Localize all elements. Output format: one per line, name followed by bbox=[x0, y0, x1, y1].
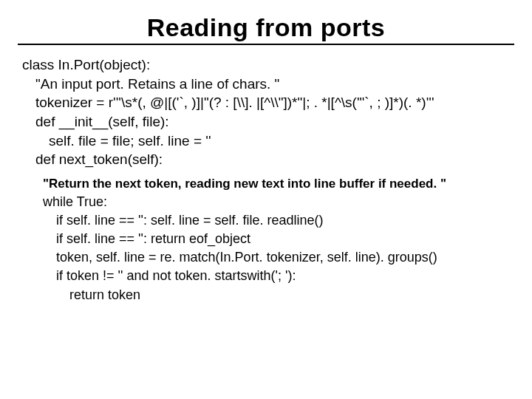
code-line: self. file = file; self. line = '' bbox=[22, 132, 510, 151]
code-line: while True: bbox=[30, 193, 510, 211]
code-block-inner: "Return the next token, reading new text… bbox=[30, 175, 510, 304]
code-line: "An input port. Retains a line of chars.… bbox=[22, 75, 510, 94]
code-line: tokenizer = r'''\s*(, @|[('`, )]|"(? : [… bbox=[22, 93, 510, 112]
code-line: def next_token(self): bbox=[22, 150, 510, 169]
code-line: if token != '' and not token. startswith… bbox=[30, 267, 510, 285]
slide-title: Reading from ports bbox=[147, 13, 386, 41]
code-line: def __init__(self, file): bbox=[22, 112, 510, 132]
code-line: if self. line == '': self. line = self. … bbox=[30, 211, 510, 230]
code-line: class In.Port(object): bbox=[22, 55, 510, 75]
code-line: return token bbox=[30, 286, 510, 304]
code-block-outer: class In.Port(object): "An input port. R… bbox=[22, 55, 510, 169]
slide: Reading from ports class In.Port(object)… bbox=[0, 13, 532, 399]
title-container: Reading from ports bbox=[18, 13, 514, 45]
code-line: token, self. line = re. match(In.Port. t… bbox=[30, 248, 510, 267]
code-line: if self. line == '': return eof_object bbox=[30, 230, 510, 248]
docstring: "Return the next token, reading new text… bbox=[30, 175, 510, 193]
